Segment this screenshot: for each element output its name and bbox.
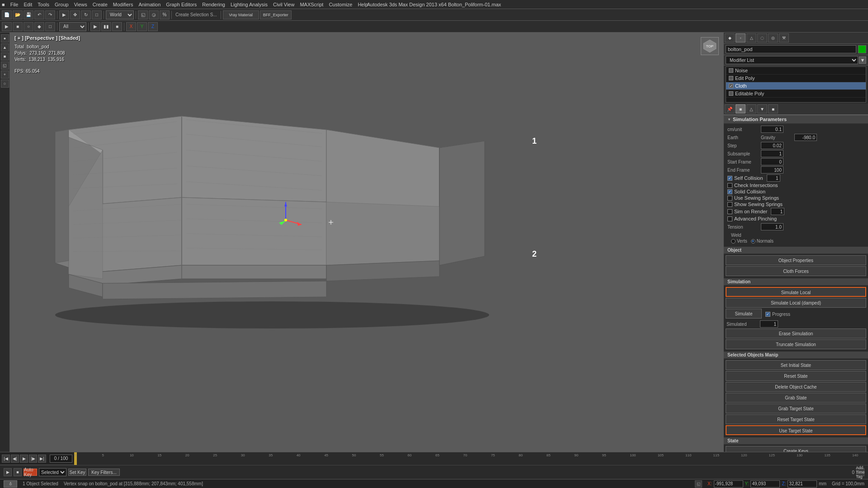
menu-rendering[interactable]: Rendering [202, 2, 225, 7]
grab-state-btn[interactable]: Grab State [726, 393, 866, 403]
menu-modifiers[interactable]: Modifiers [113, 2, 133, 7]
tb2-render-btn[interactable]: ▶ [90, 22, 100, 31]
auto-key-btn[interactable]: Auto Key [24, 469, 37, 476]
simulate-local-damped-btn[interactable]: Simulate Local (damped) [726, 298, 866, 308]
menu-file[interactable]: File [10, 2, 19, 7]
select-btn[interactable]: ▶ [59, 10, 69, 19]
progress-checkbox[interactable]: ✓ [765, 312, 770, 317]
tab-modify[interactable]: ▫ [736, 33, 745, 42]
tb2-btn-1[interactable]: ▶ [2, 22, 12, 31]
display-mode-dropdown[interactable]: All [59, 22, 86, 31]
move-btn[interactable]: ✥ [70, 10, 80, 19]
modifier-noise[interactable]: Noise [726, 67, 866, 75]
hierarchy2-icon[interactable]: △ [746, 104, 756, 113]
menu-customize[interactable]: Customize [329, 2, 352, 7]
menu-tools[interactable]: Tools [38, 2, 49, 7]
sim-on-render-checkbox[interactable] [727, 209, 732, 214]
configure-icon[interactable]: ▼ [757, 104, 767, 113]
subsample-input[interactable] [761, 150, 783, 157]
timeline-ruler[interactable]: 0 5 10 15 20 25 30 35 40 45 50 55 60 65 … [74, 452, 868, 465]
status-icon[interactable]: ⛢ [4, 480, 17, 488]
options-icon[interactable]: ■ [768, 104, 778, 113]
menu-help[interactable]: Help [358, 2, 368, 7]
tension-input[interactable] [761, 223, 783, 230]
mini-play-btn[interactable]: ▶ [4, 468, 12, 476]
cloth-forces-btn[interactable]: Cloth Forces [726, 266, 866, 276]
menu-views[interactable]: Views [74, 2, 87, 7]
tb2-xyz-z[interactable]: Z [148, 22, 158, 31]
sim-params-section-header[interactable]: Simulation Parameters [724, 115, 868, 124]
undo-btn[interactable]: ↶ [34, 10, 44, 19]
weld-normals-radio[interactable]: Normals [751, 239, 774, 244]
simulated-val-input[interactable] [760, 320, 778, 328]
simulate-btn[interactable]: Simulate [726, 309, 762, 319]
modifier-cloth[interactable]: ✓ Cloth [726, 82, 866, 90]
menu-create[interactable]: Create [93, 2, 108, 7]
delete-object-cache-btn[interactable]: Delete Object Cache [726, 382, 866, 392]
self-collision-checkbox[interactable]: ✓ [727, 176, 732, 181]
left-tool-1[interactable]: ● [1, 34, 9, 42]
new-btn[interactable]: 📄 [2, 10, 12, 19]
tb2-xyz-x[interactable]: X [126, 22, 136, 31]
snap-toggle[interactable]: ◱ [695, 480, 702, 488]
tb2-stop-btn[interactable]: ■ [112, 22, 122, 31]
simulation-section-header[interactable]: Simulation [724, 278, 868, 286]
play-btn[interactable]: ▶ [20, 455, 28, 463]
keyframe-mode-dropdown[interactable]: Selected [39, 468, 66, 476]
object-color-swatch[interactable] [858, 45, 866, 53]
start-frame-input[interactable] [761, 158, 783, 165]
add-time-tag-btn[interactable]: Add Time Tag [856, 468, 864, 476]
state-section-header[interactable]: State [724, 437, 868, 445]
prev-frame-btn[interactable]: ◀| [11, 455, 19, 463]
tab-motion[interactable]: ◌ [757, 33, 767, 42]
left-tool-3[interactable]: ■ [1, 52, 9, 61]
self-collision-val[interactable] [767, 174, 780, 182]
mod-cloth-checkbox[interactable]: ✓ [729, 84, 733, 88]
y-coord-input[interactable] [750, 480, 780, 488]
go-end-btn[interactable]: ▶| [38, 455, 46, 463]
create-keys-btn[interactable]: Create Keys [726, 446, 866, 452]
use-target-state-btn[interactable]: Use Target State [726, 425, 866, 435]
reset-target-state-btn[interactable]: Reset Target State [726, 414, 866, 424]
current-frame-input[interactable] [50, 455, 72, 463]
object-section-header[interactable]: Object [724, 247, 868, 254]
tab-display[interactable]: ◆ [725, 33, 735, 42]
mod-editablepoly-checkbox[interactable] [729, 91, 733, 96]
truncate-simulation-btn[interactable]: Truncate Simulation [726, 339, 866, 349]
modifier-edit-poly[interactable]: Edit Poly [726, 75, 866, 82]
next-frame-btn[interactable]: |▶ [29, 455, 37, 463]
x-coord-input[interactable] [714, 480, 743, 488]
mod-editpoly-checkbox[interactable] [729, 76, 733, 80]
left-tool-4[interactable]: ◱ [1, 61, 9, 70]
use-sewing-checkbox[interactable] [727, 196, 732, 201]
mini-stop-btn[interactable]: ■ [14, 468, 22, 476]
set-initial-state-btn[interactable]: Set Initial State [726, 360, 866, 370]
menu-group[interactable]: Group [55, 2, 69, 7]
tb2-btn-5[interactable]: □ [45, 22, 55, 31]
snap-btn[interactable]: ◱ [138, 10, 148, 19]
object-properties-btn[interactable]: Object Properties [726, 255, 866, 265]
advanced-pinching-checkbox[interactable] [727, 216, 732, 221]
sim-on-render-val[interactable] [771, 208, 784, 215]
weld-verts-radio[interactable]: Verts [731, 239, 747, 244]
modifier-options-btn[interactable]: ▼ [859, 56, 866, 64]
bff-exporter-btn[interactable]: BFF_Exporter [260, 10, 292, 19]
menu-maxscript[interactable]: MAXScript [300, 2, 323, 7]
object-name-input[interactable] [726, 45, 856, 53]
tab-hierarchy[interactable]: △ [746, 33, 756, 42]
go-start-btn[interactable]: |◀ [2, 455, 10, 463]
angle-snap-btn[interactable]: ◶ [149, 10, 159, 19]
open-btn[interactable]: 📂 [13, 10, 23, 19]
left-tool-5[interactable]: + [1, 70, 9, 79]
tb2-btn-3[interactable]: ○ [24, 22, 33, 31]
percent-snap-btn[interactable]: % [160, 10, 170, 19]
solid-collision-checkbox[interactable]: ✓ [727, 189, 732, 194]
tb2-btn-4[interactable]: ◆ [34, 22, 44, 31]
left-tool-2[interactable]: ▲ [1, 43, 9, 52]
tb2-xyz-y[interactable]: Y [137, 22, 147, 31]
selected-objects-manip-header[interactable]: Selected Objects Manip [724, 352, 868, 359]
reset-state-btn[interactable]: Reset State [726, 371, 866, 381]
key-filters-btn[interactable]: Key Filters... [88, 469, 120, 476]
tab-utilities[interactable]: ⚒ [779, 33, 789, 42]
modify-icon[interactable]: ■ [736, 104, 745, 113]
